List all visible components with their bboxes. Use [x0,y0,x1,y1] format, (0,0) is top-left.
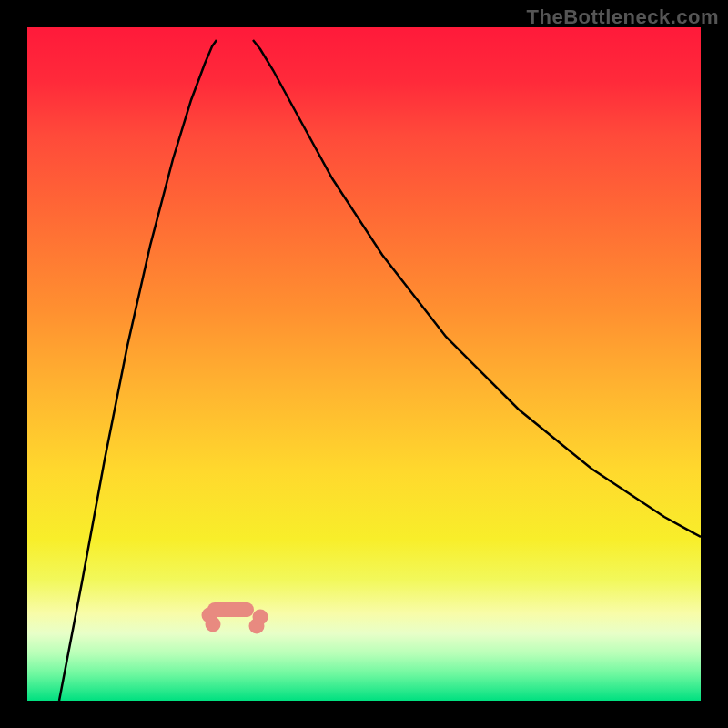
chart-marker-1 [206,617,221,632]
chart-marker-5 [223,602,254,617]
chart-plot-area [27,27,701,701]
chart-marker-3 [253,610,268,625]
watermark-text: TheBottleneck.com [527,5,719,29]
chart-markers [27,27,701,701]
